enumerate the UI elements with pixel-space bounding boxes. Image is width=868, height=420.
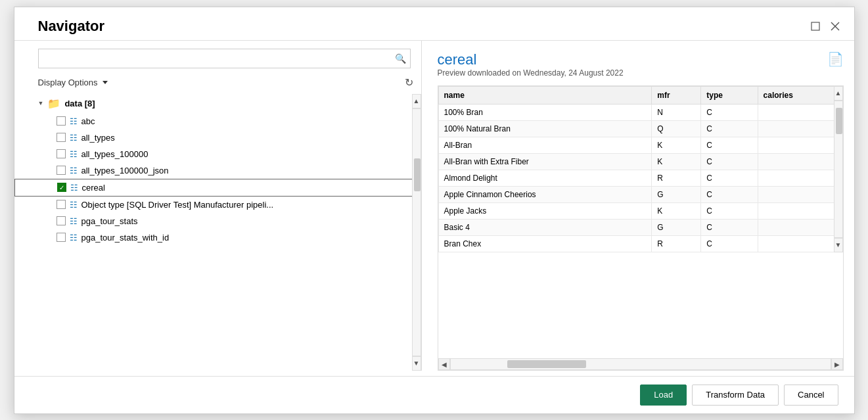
folder-icon: 📁 [47, 97, 60, 110]
cell-type: C [701, 235, 758, 252]
scroll-thumb[interactable] [414, 158, 421, 191]
cell-calories [758, 120, 842, 137]
cell-name: Apple Jacks [438, 202, 652, 219]
cell-mfr: R [652, 235, 701, 252]
table-row: 100% Bran N C [438, 104, 842, 120]
h-scroll-right[interactable]: ▶ [831, 358, 843, 370]
table-icon: ☷ [70, 200, 78, 210]
table-outer: name mfr type calories 100% Bran N [438, 86, 843, 358]
horizontal-scrollbar: ◀ ▶ [438, 358, 843, 370]
h-scroll-left[interactable]: ◀ [438, 358, 450, 370]
dropdown-arrow-icon [103, 81, 108, 84]
table-icon: ☷ [70, 216, 78, 226]
table-row: Bran Chex R C [438, 235, 842, 252]
list-item[interactable]: ☷ all_types_100000 [14, 146, 421, 162]
window-controls [810, 20, 841, 32]
vertical-scrollbar[interactable]: ▲ ▼ [412, 94, 421, 371]
load-button[interactable]: Load [640, 385, 687, 406]
table-row: All-Bran with Extra Fiber K C [438, 153, 842, 170]
preview-title-group: cereal Preview downloaded on Wednesday, … [438, 51, 624, 78]
cell-name: 100% Natural Bran [438, 120, 652, 137]
cell-name: Apple Cinnamon Cheerios [438, 186, 652, 202]
cell-type: C [701, 170, 758, 186]
item-checkbox[interactable] [57, 233, 66, 242]
table-scroll-thumb[interactable] [836, 108, 842, 134]
list-item-cereal[interactable]: ✓ ☷ cereal [14, 179, 421, 197]
list-item[interactable]: ☷ abc [14, 113, 421, 129]
folder-label: data [8] [64, 99, 95, 108]
col-header-calories: calories [758, 86, 842, 104]
title-bar: Navigator [14, 7, 854, 40]
item-checkbox[interactable] [57, 216, 66, 225]
table-row: Basic 4 G C [438, 219, 842, 235]
table-row: All-Bran K C [438, 137, 842, 153]
data-table: name mfr type calories 100% Bran N [438, 86, 843, 252]
cell-name: All-Bran with Extra Fiber [438, 153, 652, 170]
item-checkbox[interactable] [57, 200, 66, 209]
item-checkbox[interactable] [57, 166, 66, 175]
list-item[interactable]: ☷ all_types_100000_json [14, 162, 421, 179]
search-bar: 🔍 [38, 49, 411, 68]
cell-mfr: K [652, 202, 701, 219]
cell-name: 100% Bran [438, 104, 652, 120]
table-icon: ☷ [70, 183, 78, 193]
list-item[interactable]: ☷ pga_tour_stats [14, 213, 421, 229]
main-content: 🔍 Display Options ↻ ▼ 📁 data [8] [14, 40, 854, 371]
item-label: pga_tour_stats_with_id [81, 233, 170, 243]
cell-mfr: R [652, 170, 701, 186]
cell-type: C [701, 202, 758, 219]
preview-title: cereal [438, 51, 624, 68]
item-label: pga_tour_stats [81, 216, 138, 226]
list-item[interactable]: ☷ all_types [14, 129, 421, 146]
cell-calories [758, 137, 842, 153]
preview-header: cereal Preview downloaded on Wednesday, … [438, 51, 844, 78]
search-icon: 🔍 [395, 53, 406, 64]
scroll-down-button[interactable]: ▼ [412, 356, 421, 371]
item-label-cereal: cereal [82, 183, 105, 193]
table-row: 100% Natural Bran Q C [438, 120, 842, 137]
cell-type: C [701, 186, 758, 202]
item-checkbox-cereal[interactable]: ✓ [57, 183, 66, 192]
table-scroll-down[interactable]: ▼ [834, 238, 843, 252]
cell-calories [758, 235, 842, 252]
table-row: Almond Delight R C [438, 170, 842, 186]
cancel-button[interactable]: Cancel [784, 385, 838, 406]
maximize-button[interactable] [810, 20, 821, 32]
col-header-name: name [438, 86, 652, 104]
list-item[interactable]: ☷ Object type [SQL Driver Test] Manufact… [14, 197, 421, 213]
cell-calories [758, 153, 842, 170]
item-label: all_types_100000 [81, 149, 148, 159]
search-input[interactable] [43, 53, 395, 63]
close-button[interactable] [829, 20, 841, 32]
item-checkbox[interactable] [57, 116, 66, 126]
table-scroll-up[interactable]: ▲ [834, 86, 843, 101]
svg-rect-0 [811, 22, 819, 30]
scroll-track [412, 108, 421, 356]
h-scroll-thumb[interactable] [507, 360, 586, 368]
right-panel: cereal Preview downloaded on Wednesday, … [422, 41, 854, 371]
transform-data-button[interactable]: Transform Data [692, 385, 779, 406]
list-item[interactable]: ☷ pga_tour_stats_with_id [14, 229, 421, 246]
table-icon: ☷ [70, 149, 78, 159]
cell-type: C [701, 153, 758, 170]
dialog-title: Navigator [38, 18, 104, 35]
preview-copy-icon[interactable]: 📄 [827, 51, 844, 67]
tree-list: ▼ 📁 data [8] ☷ abc ☷ all_types ☷ [14, 94, 421, 371]
display-options-row: Display Options ↻ [14, 74, 421, 94]
cell-mfr: K [652, 137, 701, 153]
cell-calories [758, 202, 842, 219]
navigator-dialog: Navigator 🔍 [14, 7, 855, 414]
scroll-up-button[interactable]: ▲ [412, 94, 421, 108]
display-options-button[interactable]: Display Options [38, 78, 108, 87]
refresh-icon[interactable]: ↻ [405, 76, 413, 89]
cell-type: C [701, 137, 758, 153]
cell-mfr: N [652, 104, 701, 120]
collapse-icon[interactable]: ▼ [38, 100, 44, 106]
item-checkbox[interactable] [57, 133, 66, 142]
table-row: Apple Cinnamon Cheerios G C [438, 186, 842, 202]
footer: Load Transform Data Cancel [14, 376, 854, 413]
item-checkbox[interactable] [57, 149, 66, 158]
item-label: abc [81, 116, 95, 126]
table-vscroll[interactable]: ▲ ▼ [834, 86, 843, 252]
item-label: all_types [81, 133, 115, 143]
